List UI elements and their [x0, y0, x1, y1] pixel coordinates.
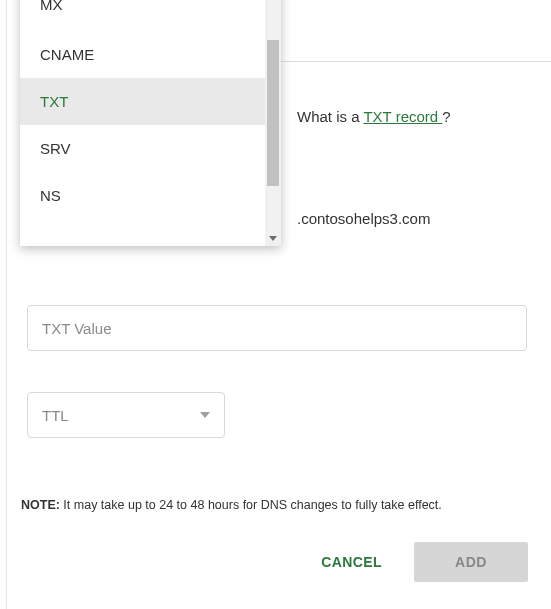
help-suffix: ?	[442, 108, 450, 125]
note-body: It may take up to 24 to 48 hours for DNS…	[60, 498, 442, 512]
option-label: TXT	[40, 93, 68, 110]
action-bar: CANCEL ADD	[321, 542, 528, 582]
scroll-down-arrow[interactable]	[265, 230, 281, 246]
option-label: NS	[40, 187, 61, 204]
help-text: What is a TXT record ?	[297, 108, 530, 125]
record-type-option-ns[interactable]: NS	[20, 172, 265, 219]
note-label: NOTE:	[21, 498, 60, 512]
dropdown-scrollbar[interactable]	[265, 0, 281, 246]
add-button[interactable]: ADD	[414, 542, 528, 582]
option-label: CNAME	[40, 46, 94, 63]
ttl-select[interactable]: TTL	[27, 392, 225, 438]
domain-suffix-label: .contosohelps3.com	[297, 210, 430, 227]
scroll-thumb[interactable]	[267, 40, 279, 186]
option-label: SRV	[40, 140, 71, 157]
record-type-option-srv[interactable]: SRV	[20, 125, 265, 172]
note-text: NOTE: It may take up to 24 to 48 hours f…	[21, 498, 530, 512]
left-border	[6, 0, 7, 609]
txt-record-help-link[interactable]: TXT record	[363, 108, 442, 125]
option-label: MX	[40, 0, 63, 13]
chevron-down-icon	[200, 412, 210, 418]
record-type-option-cname[interactable]: CNAME	[20, 31, 265, 78]
chevron-down-icon	[269, 236, 277, 241]
record-type-option-mx[interactable]: MX	[20, 0, 265, 31]
record-type-list: MX CNAME TXT SRV NS	[20, 0, 265, 246]
record-type-option-txt[interactable]: TXT	[20, 78, 265, 125]
cancel-button[interactable]: CANCEL	[321, 554, 382, 570]
ttl-placeholder: TTL	[42, 407, 69, 424]
record-type-dropdown: MX CNAME TXT SRV NS	[20, 0, 281, 246]
txt-value-input[interactable]	[27, 305, 527, 351]
help-prefix: What is a	[297, 108, 363, 125]
